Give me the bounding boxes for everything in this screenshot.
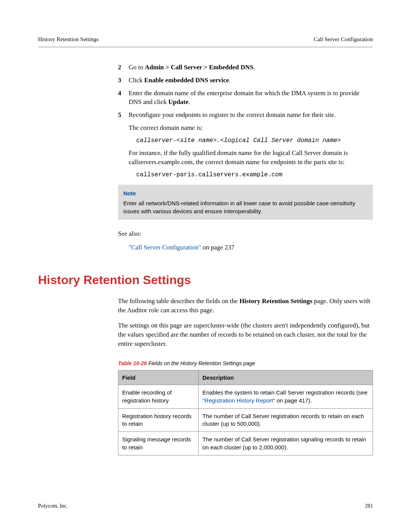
col-field: Field — [118, 371, 199, 385]
footer-page-number: 281 — [365, 503, 373, 509]
table-row: Enable recording of registration history… — [118, 385, 373, 409]
page-header: History Retention Settings Call Server C… — [38, 36, 373, 43]
page-footer: Polycom, Inc. 281 — [38, 503, 373, 509]
step-text: Enter the domain name of the enterprise … — [129, 89, 373, 107]
field-cell: Enable recording of registration history — [118, 385, 199, 409]
body-content: 2 Go to Admin > Call Server > Embedded D… — [118, 63, 373, 252]
step-text: Go to Admin > Call Server > Embedded DNS… — [129, 63, 373, 72]
step-text: Click Enable embedded DNS service. — [129, 76, 373, 85]
intro-paragraph-1: The following table describes the fields… — [118, 297, 373, 315]
header-rule — [38, 46, 373, 48]
step-num: 4 — [118, 89, 129, 107]
step-3: 3 Click Enable embedded DNS service. — [118, 76, 373, 85]
page: History Retention Settings Call Server C… — [0, 0, 411, 532]
section-body: The following table describes the fields… — [118, 297, 373, 455]
caption-text: Fields on the History Retention Settings… — [147, 360, 255, 366]
table-header-row: Field Description — [118, 371, 373, 385]
intro-paragraph-2: The settings on this page are superclust… — [118, 321, 373, 348]
col-description: Description — [199, 371, 373, 385]
step-text: Reconfigure your endpoints to register t… — [129, 110, 373, 120]
section-heading: History Retention Settings — [38, 273, 373, 287]
note-body: Enter all network/DNS-related informatio… — [123, 199, 368, 215]
see-also-label: See also: — [118, 229, 373, 238]
footer-left: Polycom, Inc. — [38, 503, 68, 509]
step-4: 4 Enter the domain name of the enterpris… — [118, 89, 373, 107]
step-2: 2 Go to Admin > Call Server > Embedded D… — [118, 63, 373, 72]
for-instance-text: For instance, if the fully qualified dom… — [129, 149, 373, 167]
table-row: Registration history records to retain T… — [118, 408, 373, 432]
step-5: 5 Reconfigure your endpoints to register… — [118, 110, 373, 120]
header-left: History Retention Settings — [38, 36, 99, 43]
fields-table: Field Description Enable recording of re… — [118, 370, 373, 455]
desc-cell: The number of Call Server registration r… — [199, 408, 373, 432]
caption-label: Table 10-26 — [118, 360, 147, 366]
note-title: Note — [123, 189, 368, 197]
desc-cell: Enables the system to retain Call Server… — [199, 385, 373, 409]
header-right: Call Server Configuration — [314, 36, 373, 43]
field-cell: Signaling message records to retain — [118, 432, 199, 455]
correct-domain-label: The correct domain name is: — [129, 123, 373, 133]
link-suffix: on page 237 — [201, 244, 234, 251]
step-num: 2 — [118, 63, 129, 72]
field-cell: Registration history records to retain — [118, 408, 199, 432]
see-also-link-row: "Call Server Configuration" on page 237 — [129, 243, 373, 252]
table-row: Signaling message records to retain The … — [118, 432, 373, 455]
desc-cell: The number of Call Server registration s… — [199, 432, 373, 455]
note-box: Note Enter all network/DNS-related infor… — [118, 185, 373, 220]
registration-history-report-link[interactable]: "Registration History Report" — [202, 397, 275, 404]
step-num: 5 — [118, 110, 129, 120]
domain-pattern: callserver-<site name>.<logical Call Ser… — [136, 136, 373, 145]
step-num: 3 — [118, 76, 129, 85]
example-domain: callserver-paris.callservers.example.com — [136, 171, 373, 179]
call-server-config-link[interactable]: "Call Server Configuration" — [129, 244, 201, 251]
table-caption: Table 10-26 Fields on the History Retent… — [118, 360, 373, 367]
